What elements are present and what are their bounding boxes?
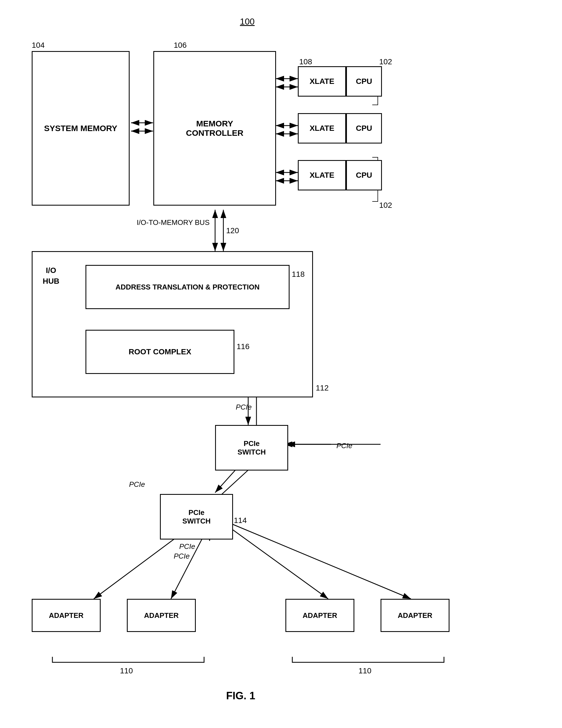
ref-110b: 110	[358, 666, 371, 675]
io-to-memory-bus-label: I/O-TO-MEMORY BUS	[135, 218, 210, 227]
xlate2-box: XLATE	[298, 113, 346, 144]
adapter1-box: ADAPTER	[32, 599, 101, 632]
xlate1-box: XLATE	[298, 66, 346, 97]
adapter3-box: ADAPTER	[285, 599, 354, 632]
pcie-label-left: PCIe	[129, 480, 145, 489]
ref-104: 104	[32, 41, 45, 50]
adapter2-box: ADAPTER	[127, 599, 196, 632]
cpu2-box: CPU	[346, 113, 382, 144]
svg-line-20	[226, 522, 411, 599]
memory-controller-box: MEMORYCONTROLLER	[153, 51, 276, 206]
xlate3-box: XLATE	[298, 160, 346, 190]
pcie-switch-top-box: PCIeSWITCH	[215, 425, 288, 471]
ref-118: 118	[292, 270, 305, 279]
fig-label: FIG. 1	[226, 690, 256, 702]
ref-114: 114	[234, 516, 247, 525]
pcie-switch-mid-box: PCIeSWITCH	[160, 494, 233, 540]
ref-106: 106	[174, 41, 187, 50]
diagram-ref-label: 100	[240, 17, 255, 27]
ref-102a: 102	[379, 57, 392, 66]
svg-line-19	[223, 523, 328, 599]
root-complex-box: ROOT COMPLEX	[86, 330, 235, 374]
adapter4-box: ADAPTER	[380, 599, 449, 632]
system-memory-box: SYSTEM MEMORY	[32, 51, 130, 206]
pcie-label-5: PCIe	[174, 552, 190, 560]
ref-108: 108	[299, 57, 312, 66]
pcie-label-down: PCIe	[179, 542, 195, 551]
ref-102b: 102	[379, 201, 392, 210]
io-hub-inner-label: I/OHUB	[39, 265, 63, 286]
cpu3-box: CPU	[346, 160, 382, 190]
pcie-label-1: PCIe	[236, 403, 252, 411]
ref-120: 120	[226, 226, 239, 235]
diagram: 100 SYSTEM MEMORY 104 MEMORYCONTROLLER 1…	[0, 0, 562, 728]
address-translation-box: ADDRESS TRANSLATION & PROTECTION	[86, 265, 289, 309]
ref-112: 112	[316, 384, 329, 392]
pcie-label-right: PCIe	[336, 442, 352, 450]
cpu1-box: CPU	[346, 66, 382, 97]
ref-110a: 110	[120, 666, 133, 675]
ref-116: 116	[237, 342, 250, 351]
